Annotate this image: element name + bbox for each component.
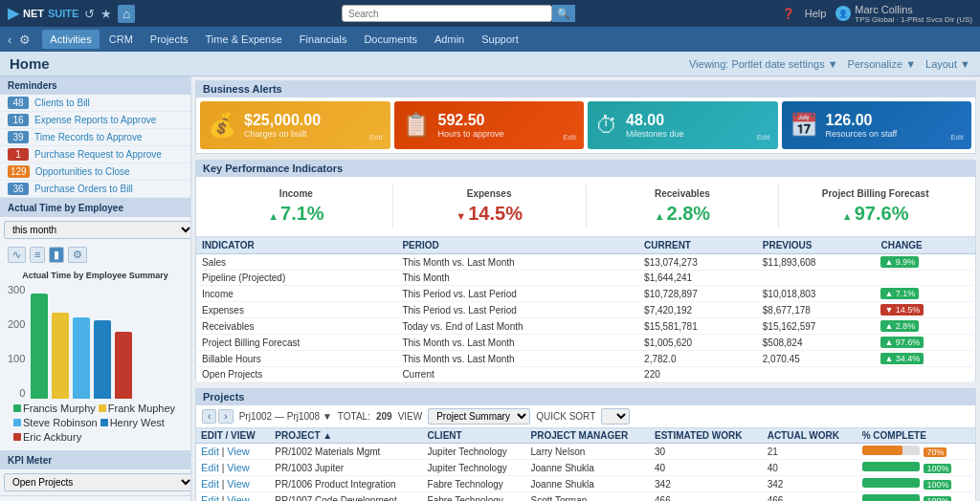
personalize-button[interactable]: Personalize ▼ <box>848 58 916 70</box>
alert-content-3: 48.00 Milestones due <box>626 112 749 139</box>
actual-time-select[interactable]: this month last month <box>4 221 191 239</box>
kpi-section-title: Key Performance Indicators <box>195 160 976 177</box>
home-icon[interactable]: ★ <box>100 7 112 21</box>
menu-projects[interactable]: Projects <box>143 30 196 49</box>
home-nav-icon[interactable]: ⌂ <box>118 5 135 23</box>
business-alerts-title: Business Alerts <box>195 80 976 98</box>
proj-range[interactable]: Prj1002 — Prj1008 ▼ <box>239 411 332 422</box>
menu-documents[interactable]: Documents <box>356 30 425 49</box>
alert-label-2: Hours to approve <box>438 129 556 139</box>
proj-edit-link-1[interactable]: Edit <box>201 446 219 457</box>
proj-quicksort-select[interactable] <box>601 408 630 425</box>
proj-row-3: Edit | View PR/1006 Product Integration … <box>196 476 976 492</box>
kpi-cell-period[interactable]: This Period vs. Last Period <box>396 286 638 302</box>
proj-prev-btn[interactable]: ‹ <box>202 409 216 424</box>
proj-cell-actual-4: 466 <box>763 492 858 502</box>
layout-button[interactable]: Layout ▼ <box>925 58 970 70</box>
logo-icon: ▶ <box>8 5 19 22</box>
proj-view-link-3[interactable]: View <box>227 478 250 490</box>
menu-support[interactable]: Support <box>474 30 526 49</box>
legend-2: Frank Muphey <box>99 403 175 414</box>
kpi-cell-previous <box>757 367 876 382</box>
menu-admin[interactable]: Admin <box>427 30 472 49</box>
reminder-link-6[interactable]: Purchase Orders to Bill <box>34 184 133 194</box>
proj-cell-client-4: Fabre Technology <box>423 492 526 502</box>
kpi-cell-indicator: Sales <box>196 254 397 271</box>
kpi-meter-section: KPI Meter Open Projects <box>0 451 190 496</box>
kpi-cell-current: $13,074,273 <box>638 254 757 271</box>
chart-label: Actual Time by Employee Summary <box>8 271 183 280</box>
alert-corner-3[interactable]: Edit <box>757 133 770 142</box>
kpi-cell-period[interactable]: Current <box>396 367 638 382</box>
reminder-link-1[interactable]: Clients to Bill <box>34 98 90 108</box>
kpi-expenses-value: ▼14.5% <box>397 203 582 225</box>
proj-edit-link-3[interactable]: Edit <box>201 478 219 490</box>
reminder-link-4[interactable]: Purchase Request to Approve <box>34 149 162 160</box>
top-nav-icons: ↺ ★ ⌂ <box>84 5 135 23</box>
bar-chart <box>27 284 183 399</box>
progress-label-3: 100% <box>924 480 951 490</box>
alert-label-3: Milestones due <box>626 129 749 139</box>
proj-next-btn[interactable]: › <box>218 409 233 424</box>
search-button[interactable]: 🔍 <box>552 5 575 22</box>
kpi-th-current: CURRENT <box>638 237 757 254</box>
proj-view-link-1[interactable]: View <box>227 446 250 457</box>
alert-corner-1[interactable]: Edit <box>369 133 383 142</box>
reminder-link-3[interactable]: Time Records to Approve <box>34 132 142 142</box>
menu-crm[interactable]: CRM <box>101 30 141 49</box>
menu-time-expense[interactable]: Time & Expense <box>198 30 290 49</box>
alert-corner-4[interactable]: Edit <box>950 133 964 142</box>
reminder-link-5[interactable]: Opportunities to Close <box>35 166 130 177</box>
kpi-meter-select[interactable]: Open Projects <box>4 473 191 491</box>
back-icon[interactable]: ‹ <box>6 31 13 49</box>
help-label[interactable]: Help <box>805 8 827 19</box>
kpi-cell-period[interactable]: This Month vs. Last Month <box>396 254 638 271</box>
kpi-cell-previous: $10,018,803 <box>757 286 876 302</box>
kpi-receivables: Receivables ▲2.8% <box>587 185 780 229</box>
user-info: 👤 Marc Collins TPS Global · 1-PRst Svcs … <box>835 4 972 24</box>
proj-row-2: Edit | View PR/1003 Jupiter Jupiter Tech… <box>196 460 976 476</box>
kpi-cell-period[interactable]: Today vs. End of Last Month <box>396 318 638 335</box>
menu-bar: ‹ ⚙ Activities CRM Projects Time & Expen… <box>0 27 980 52</box>
logo: ▶ NETSUITE <box>8 5 78 22</box>
legend-dot-2 <box>99 404 106 412</box>
alert-icon-3: ⏱ <box>595 112 618 139</box>
refresh-icon[interactable]: ↺ <box>84 7 95 21</box>
proj-cell-pct-3: 100% <box>858 476 976 492</box>
chart-settings-btn[interactable]: ⚙ <box>68 247 87 263</box>
reminder-link-2[interactable]: Expense Reports to Approve <box>34 115 156 125</box>
kpi-cell-period[interactable]: This Period vs. Last Period <box>396 302 638 318</box>
viewing-label[interactable]: Viewing: Portlet date settings ▼ <box>689 58 838 70</box>
kpi-cell-period[interactable]: This Month <box>396 271 638 286</box>
proj-view-select[interactable]: Project Summary <box>428 408 530 425</box>
alerts-row: 💰 $25,000.00 Charges on built Edit 📋 592… <box>195 98 976 154</box>
search-input[interactable] <box>342 5 552 22</box>
kpi-cell-period[interactable]: This Month vs. Last Month <box>396 335 638 351</box>
reminder-item-5: 129 Opportunities to Close <box>0 163 190 181</box>
alert-content-2: 592.50 Hours to approve <box>438 112 556 139</box>
kpi-cell-current: 2,782.0 <box>638 351 757 367</box>
menu-financials[interactable]: Financials <box>292 30 355 49</box>
kpi-row-pipeline: Pipeline (Projected) This Month $1,644,2… <box>196 271 976 286</box>
proj-edit-link-2[interactable]: Edit <box>201 462 219 473</box>
proj-edit-link-4[interactable]: Edit <box>201 494 219 501</box>
alert-value-3: 48.00 <box>626 112 749 129</box>
chart-table-btn[interactable]: ≡ <box>30 247 45 263</box>
kpi-th-indicator: INDICATOR <box>196 237 397 254</box>
chart-line-btn[interactable]: ∿ <box>8 247 26 263</box>
settings-icon[interactable]: ⚙ <box>17 31 33 49</box>
chart-bar-btn[interactable]: ▮ <box>49 247 64 263</box>
top-nav: ▶ NETSUITE ↺ ★ ⌂ 🔍 ❓ Help 👤 Marc Collins… <box>0 0 980 27</box>
alert-corner-2[interactable]: Edit <box>563 133 576 142</box>
legend-dot-4 <box>100 419 108 426</box>
menu-home[interactable]: Activities <box>42 30 99 49</box>
legend-label-2: Frank Muphey <box>108 403 175 414</box>
kpi-cell-period[interactable]: This Month vs. Last Month <box>396 351 638 367</box>
proj-total-label: TOTAL: <box>338 411 370 422</box>
top-nav-right: ❓ Help 👤 Marc Collins TPS Global · 1-PRs… <box>782 4 972 24</box>
proj-view-link-2[interactable]: View <box>227 462 250 473</box>
bar-chart-container <box>27 284 183 399</box>
proj-view-link-4[interactable]: View <box>227 494 250 501</box>
legend-label-3: Steve Robinson <box>23 417 98 428</box>
help-icon[interactable]: ❓ <box>782 8 795 20</box>
